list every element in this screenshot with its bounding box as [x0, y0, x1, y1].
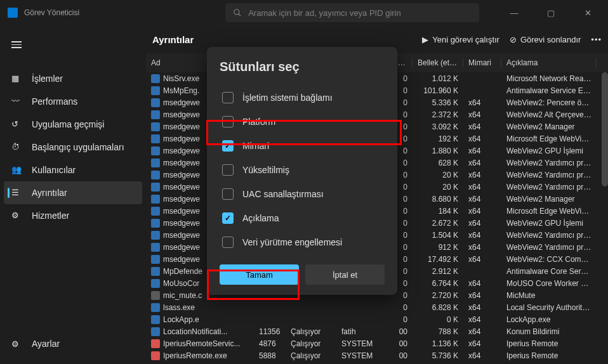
process-icon: [151, 183, 160, 192]
checkbox[interactable]: [222, 188, 234, 200]
process-name: msedgewe: [163, 219, 200, 228]
process-icon: [151, 351, 160, 360]
more-button[interactable]: •••: [591, 35, 602, 44]
ok-button[interactable]: Tamam: [220, 264, 299, 285]
grid-icon: ▦: [11, 74, 23, 83]
list-icon: ☰: [11, 188, 23, 197]
mem-cell: 8.680 K: [413, 195, 463, 204]
pid-cell: 5888: [254, 351, 286, 360]
block-icon: ⊘: [510, 35, 517, 44]
mem-cell: 2.720 K: [413, 291, 463, 300]
maximize-button[interactable]: ▢: [538, 8, 564, 18]
arch-cell: x64: [463, 351, 501, 360]
process-icon: [151, 195, 160, 204]
mem-cell: 192 K: [413, 134, 463, 143]
arch-cell: x64: [463, 146, 501, 155]
checkbox[interactable]: [222, 116, 234, 127]
process-icon: [151, 110, 160, 119]
process-icon: [151, 86, 160, 95]
process-icon: [151, 122, 160, 131]
nav-details[interactable]: ☰Ayrıntılar: [4, 181, 142, 204]
svg-line-1: [239, 14, 241, 16]
desc-cell: Iperius Remote: [501, 339, 597, 348]
process-icon: [151, 159, 160, 167]
mem-cell: 2.912 K: [413, 267, 463, 276]
process-name: msedgewe: [163, 159, 200, 167]
process-icon: [151, 267, 160, 276]
checkbox[interactable]: [222, 164, 234, 176]
run-new-task[interactable]: ▶Yeni görevi çalıştır: [422, 35, 499, 44]
desc-cell: Antimalware Core Service: [501, 267, 597, 276]
desc-cell: WebView2: CCX Comm...: [501, 255, 597, 264]
nav-processes[interactable]: ▦İşlemler: [4, 67, 142, 90]
process-name: msedgewe: [163, 98, 200, 107]
column-option[interactable]: Mimari: [220, 134, 385, 158]
desc-cell: WebView2: Pencere öğe...: [501, 98, 597, 107]
checkbox[interactable]: [222, 212, 234, 224]
column-option[interactable]: UAC sanallaştırması: [220, 182, 385, 206]
column-option[interactable]: Açıklama: [220, 206, 385, 230]
checkbox[interactable]: [222, 237, 234, 248]
minimize-button[interactable]: —: [501, 8, 527, 18]
desc-cell: Local Security Authority...: [501, 303, 597, 312]
cpu-cell: 00: [387, 351, 413, 360]
column-option[interactable]: Veri yürütme engellemesi: [220, 230, 385, 254]
col-memory[interactable]: Bellek (etki...: [413, 58, 463, 67]
checkbox[interactable]: [222, 140, 234, 152]
table-row[interactable]: LocationNotificati...11356Çalışıyorfatih…: [146, 325, 608, 337]
desc-cell: WebView2 GPU İşlemi: [501, 219, 597, 228]
sidebar: ▦İşlemler 〰Performans ↺Uygulama geçmişi …: [0, 25, 146, 364]
mem-cell: 20 K: [413, 183, 463, 192]
cancel-button[interactable]: İptal et: [305, 264, 385, 285]
close-button[interactable]: ✕: [575, 8, 600, 18]
hamburger-button[interactable]: [4, 34, 142, 57]
arch-cell: x64: [463, 315, 501, 324]
nav-history[interactable]: ↺Uygulama geçmişi: [4, 113, 142, 136]
checkbox[interactable]: [222, 92, 234, 103]
column-option[interactable]: Platform: [220, 110, 385, 134]
col-desc[interactable]: Açıklama: [501, 58, 597, 67]
col-arch[interactable]: Mimari: [463, 58, 501, 67]
process-name: msedgewe: [163, 134, 200, 143]
arch-cell: x64: [463, 110, 501, 119]
process-icon: [151, 279, 160, 288]
desc-cell: WebView2 Yardımcı pro...: [501, 171, 597, 179]
arch-cell: x64: [463, 122, 501, 131]
option-label: UAC sanallaştırması: [242, 189, 324, 199]
end-task[interactable]: ⊘Görevi sonlandır: [510, 35, 581, 44]
arch-cell: x64: [463, 134, 501, 143]
table-row[interactable]: LockApp.e00 Kx64LockApp.exe: [146, 313, 608, 325]
option-label: Yükseltilmiş: [242, 165, 289, 175]
table-row[interactable]: lsass.exe06.828 Kx64Local Security Autho…: [146, 301, 608, 313]
arch-cell: x64: [463, 279, 501, 288]
search-box[interactable]: Aramak için bir ad, yayımcı veya PID gir…: [225, 3, 479, 22]
arch-cell: x64: [463, 98, 501, 107]
column-option[interactable]: Yükseltilmiş: [220, 158, 385, 182]
arch-cell: x64: [463, 231, 501, 240]
nav-performance[interactable]: 〰Performans: [4, 90, 142, 113]
nav-settings[interactable]: ⚙Ayarlar: [4, 332, 142, 355]
column-option[interactable]: İşletim sistemi bağlamı: [220, 86, 385, 110]
user-cell: fatih: [336, 327, 387, 336]
nav-startup[interactable]: ⏱Başlangıç uygulamaları: [4, 136, 142, 159]
table-row[interactable]: IperiusRemote.exe5888ÇalışıyorSYSTEM005.…: [146, 349, 608, 361]
nav-services[interactable]: ⚙Hizmetler: [4, 204, 142, 227]
nav-users[interactable]: 👥Kullanıcılar: [4, 159, 142, 181]
scrollbar[interactable]: [602, 72, 608, 186]
table-row[interactable]: IperiusRemoteServic...4876ÇalışıyorSYSTE…: [146, 337, 608, 349]
desc-cell: WebView2 Alt Çerçeve: ...: [501, 110, 597, 119]
process-name: NisSrv.exe: [163, 74, 199, 83]
process-icon: [151, 134, 160, 143]
process-icon: [151, 74, 160, 83]
process-icon: [151, 146, 160, 155]
process-name: LockApp.e: [163, 315, 199, 324]
process-name: msedgewe: [163, 231, 200, 240]
process-icon: [151, 243, 160, 252]
process-icon: [151, 207, 160, 216]
process-icon: [151, 98, 160, 107]
mem-cell: 17.492 K: [413, 255, 463, 264]
arch-cell: x64: [463, 207, 501, 216]
option-label: Veri yürütme engellemesi: [242, 237, 342, 247]
desc-cell: MicMute: [501, 291, 597, 300]
option-label: İşletim sistemi bağlamı: [242, 93, 333, 103]
